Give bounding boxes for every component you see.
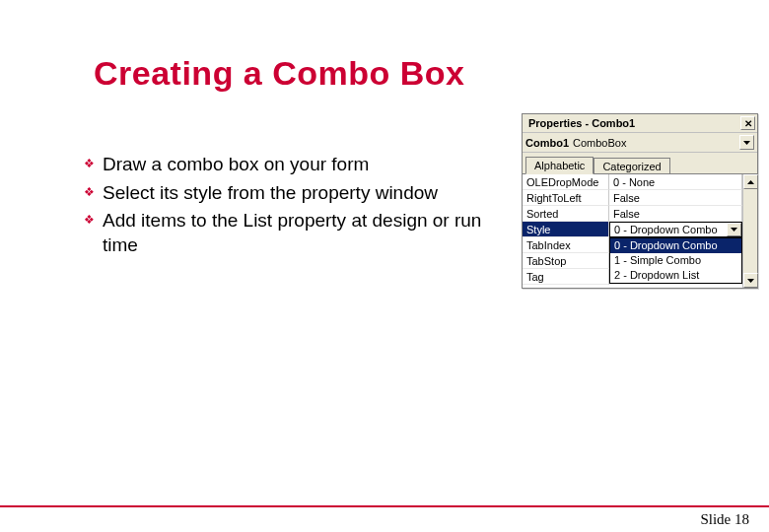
prop-name[interactable]: OLEDropMode [523, 174, 609, 190]
prop-value-style[interactable]: 0 - Dropdown Combo [609, 222, 742, 237]
prop-name[interactable]: TabStop [523, 253, 609, 269]
prop-name[interactable]: Sorted [523, 206, 609, 222]
bullet-list: ❖ Draw a combo box on your form ❖ Select… [84, 153, 498, 262]
svg-marker-2 [747, 180, 754, 184]
list-item: ❖ Add items to the List property at desi… [84, 209, 498, 257]
bullet-text: Add items to the List property at design… [103, 209, 498, 257]
close-icon: ✕ [744, 118, 752, 129]
svg-marker-0 [743, 141, 750, 145]
chevron-up-icon [747, 180, 754, 184]
slide-title: Creating a Combo Box [94, 54, 464, 93]
properties-panel: Properties - Combo1 ✕ Combo1 ComboBox Al… [522, 113, 758, 289]
chevron-down-icon [731, 228, 737, 232]
object-name: Combo1 [525, 137, 569, 149]
prop-name[interactable]: TabIndex [523, 237, 609, 253]
diamond-bullet-icon: ❖ [84, 185, 95, 199]
prop-value[interactable]: False [609, 206, 742, 222]
list-item: ❖ Draw a combo box on your form [84, 153, 498, 177]
dropdown-option[interactable]: 0 - Dropdown Combo [610, 238, 741, 253]
tab-alphabetic[interactable]: Alphabetic [525, 157, 594, 174]
svg-marker-1 [731, 228, 737, 232]
prop-value[interactable]: 0 - None [609, 174, 742, 190]
scroll-up-button[interactable] [743, 174, 758, 189]
prop-value-text: 0 - Dropdown Combo [614, 223, 718, 236]
list-item: ❖ Select its style from the property win… [84, 181, 498, 206]
svg-marker-3 [747, 279, 754, 283]
footer-divider [0, 505, 769, 507]
tab-categorized[interactable]: Categorized [594, 158, 669, 174]
prop-name[interactable]: Tag [523, 269, 609, 285]
chevron-down-icon [743, 141, 750, 145]
bullet-text: Draw a combo box on your form [103, 153, 369, 177]
object-dropdown-button[interactable] [739, 135, 754, 150]
tab-strip: Alphabetic Categorized [523, 153, 757, 173]
dropdown-option[interactable]: 2 - Dropdown List [610, 268, 741, 283]
slide-number: Slide 18 [700, 511, 749, 528]
diamond-bullet-icon: ❖ [84, 213, 95, 227]
prop-name-style[interactable]: Style [523, 222, 609, 237]
diamond-bullet-icon: ❖ [84, 157, 95, 170]
property-grid: OLEDropMode 0 - None RightToLeft False S… [523, 173, 757, 288]
prop-value[interactable]: False [609, 190, 742, 206]
value-dropdown-button[interactable] [727, 223, 741, 236]
bullet-text: Select its style from the property windo… [103, 181, 438, 206]
panel-titlebar: Properties - Combo1 ✕ [523, 114, 757, 133]
object-selector[interactable]: Combo1 ComboBox [523, 133, 757, 153]
close-button[interactable]: ✕ [740, 116, 755, 130]
slide-footer: Slide 18 [0, 505, 769, 507]
scroll-down-button[interactable] [743, 273, 758, 288]
scroll-track[interactable] [743, 189, 757, 273]
vertical-scrollbar[interactable] [742, 174, 757, 288]
chevron-down-icon [747, 279, 754, 283]
dropdown-option[interactable]: 1 - Simple Combo [610, 253, 741, 268]
style-dropdown-list: 0 - Dropdown Combo 1 - Simple Combo 2 - … [609, 237, 742, 284]
object-type: ComboBox [573, 137, 626, 149]
panel-title: Properties - Combo1 [524, 115, 639, 131]
prop-name[interactable]: RightToLeft [523, 190, 609, 206]
